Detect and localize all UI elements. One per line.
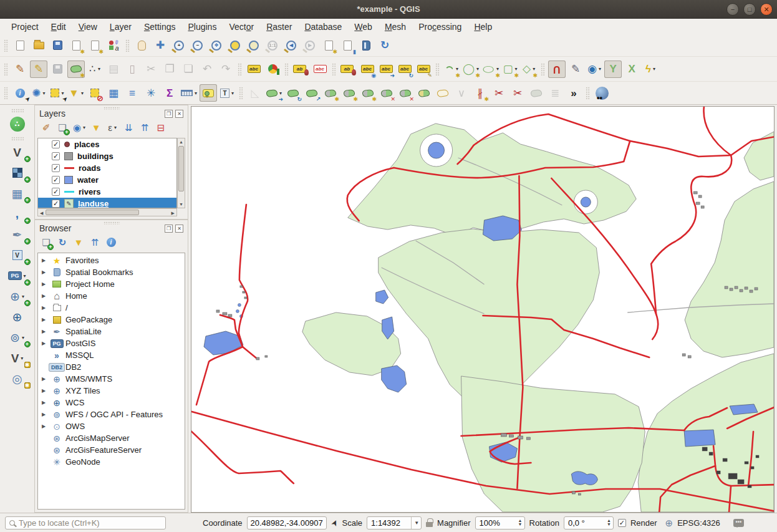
expand-arrow-icon[interactable]: ▶ xyxy=(42,305,51,311)
zoom-out-button[interactable]: − xyxy=(189,37,206,54)
browser-item-arcgisfeatureserver[interactable]: ⊛ArcGisFeatureServer xyxy=(38,444,185,456)
coordinate-input[interactable]: 20.48982,-34.00907 xyxy=(247,516,327,530)
expand-arrow-icon[interactable]: ▶ xyxy=(42,329,51,334)
menu-help[interactable]: Help xyxy=(468,20,498,34)
menu-mesh[interactable]: Mesh xyxy=(379,20,412,34)
layer-row-buildings[interactable]: ✓buildings xyxy=(38,150,176,162)
zoom-to-layer-button[interactable] xyxy=(245,37,263,54)
magnifier-spinbox[interactable]: 100% ▲▼ xyxy=(475,516,525,530)
expand-arrow-icon[interactable]: ▶ xyxy=(42,269,51,275)
browser-item-arcgismapserver[interactable]: ⊛ArcGisMapServer xyxy=(38,432,185,444)
pan-to-selection-button[interactable]: ✚ xyxy=(152,37,169,54)
enable-snapping-button[interactable]: U xyxy=(548,60,566,78)
browser-item-wms-wmts[interactable]: ▶⊕WMS/WMTS xyxy=(38,373,185,385)
expand-arrow-icon[interactable]: ▶ xyxy=(42,423,51,429)
browser-item-xyz-tiles[interactable]: ▶⊕XYZ Tiles xyxy=(38,385,185,397)
snapping-visibility-button[interactable]: ◉▾ xyxy=(586,60,603,78)
layer-name[interactable]: rivers xyxy=(79,187,100,196)
digitize-circle-button[interactable]: ◯✱▾ xyxy=(461,60,480,78)
browser-item-ows[interactable]: ▶⊙OWS xyxy=(38,420,185,432)
add-part-button[interactable]: ✱ xyxy=(340,84,358,102)
cad-tools-button[interactable]: ◺ xyxy=(246,84,264,102)
layer-name[interactable]: roads xyxy=(79,163,100,173)
menu-plugins[interactable]: Plugins xyxy=(181,20,223,34)
collapse-all-button[interactable]: ⇈ xyxy=(138,121,152,135)
browser-item-mssql[interactable]: »MSSQL xyxy=(38,349,185,361)
highlight-pinned-labels-button[interactable]: abc xyxy=(311,60,329,78)
select-features-button[interactable]: ➤▾ xyxy=(49,84,66,102)
expand-arrow-icon[interactable]: ▶ xyxy=(42,388,51,394)
browser-item-postgis[interactable]: ▶PGPostGIS xyxy=(38,337,185,349)
layer-row-rivers[interactable]: ✓rivers xyxy=(38,186,176,198)
measure-line-button[interactable]: ▾ xyxy=(180,84,198,102)
expand-arrow-icon[interactable]: ▶ xyxy=(42,281,51,287)
refresh-map-button[interactable]: ↻ xyxy=(376,37,393,54)
browser-properties-button[interactable]: i xyxy=(104,236,118,249)
float-panel-icon[interactable]: ❐ xyxy=(165,110,173,118)
panel-grip[interactable] xyxy=(104,221,120,225)
coordinate-extent-toggle-icon[interactable]: ➤ xyxy=(329,518,340,528)
maximize-button[interactable]: □ xyxy=(743,3,756,16)
zoom-native-button[interactable]: 1:1 xyxy=(264,37,281,54)
change-label-properties-button[interactable]: abc✎ xyxy=(415,60,432,78)
snapping-on-intersection-button[interactable]: X xyxy=(623,60,640,78)
delete-ring-button[interactable]: ✕ xyxy=(378,84,395,102)
chevron-down-icon[interactable]: ▼ xyxy=(411,517,419,529)
add-arcgis-layer-button[interactable]: ◎✱ xyxy=(5,369,30,388)
layers-vertical-scrollbar[interactable]: ▲ ▼ xyxy=(177,138,185,208)
new-map-view-button[interactable]: ✱ xyxy=(320,37,337,54)
remove-layer-group-button[interactable]: ⊟ xyxy=(154,121,168,135)
split-features-button[interactable]: ∨ xyxy=(453,84,470,102)
pin-unpin-labels-button[interactable]: ab xyxy=(292,60,310,78)
digitize-regular-polygon-button[interactable]: ◇✱▾ xyxy=(520,60,538,78)
new-print-layout-button[interactable]: ✱ xyxy=(67,37,85,54)
scroll-left-icon[interactable]: ◀ xyxy=(40,211,43,216)
rotation-spinbox[interactable]: 0,0 ° ▲▼ xyxy=(564,516,614,530)
new-project-button[interactable] xyxy=(11,37,29,54)
menu-web[interactable]: Web xyxy=(348,20,379,34)
map-svg[interactable] xyxy=(191,107,774,512)
copy-move-feature-button[interactable]: ↗ xyxy=(303,84,321,102)
show-hide-labels-button[interactable]: abc◉ xyxy=(359,60,376,78)
filter-legend-button[interactable]: ▼ xyxy=(89,121,103,135)
delete-part-button[interactable]: ✕ xyxy=(397,84,414,102)
reshape-features-button[interactable] xyxy=(415,84,433,102)
merge-selected-features-button[interactable]: ✂ xyxy=(490,84,508,102)
layer-checkbox[interactable]: ✓ xyxy=(52,188,60,196)
open-attribute-table-button[interactable]: ▦ xyxy=(105,84,122,102)
offset-curve-button[interactable] xyxy=(434,84,451,102)
manage-map-themes-button[interactable]: ◉▾ xyxy=(72,121,87,135)
topological-editing-button[interactable]: Y xyxy=(604,60,622,78)
toolbar-grip[interactable] xyxy=(4,87,8,99)
identify-features-button[interactable]: i➤ xyxy=(11,84,29,102)
browser-item-home[interactable]: ▶⌂Home xyxy=(38,290,185,302)
open-project-button[interactable] xyxy=(30,37,47,54)
toolbar-overflow-button[interactable]: » xyxy=(565,84,582,102)
spinner-arrows-icon[interactable]: ▲▼ xyxy=(518,519,523,526)
messages-icon[interactable]: ••• xyxy=(733,519,744,527)
move-label-diagram-button[interactable]: abc➜ xyxy=(377,60,395,78)
offset-point-symbols-button[interactable] xyxy=(528,84,545,102)
lock-scale-icon[interactable] xyxy=(426,522,433,527)
show-statistics-button[interactable]: Σ xyxy=(161,84,178,102)
browser-item-favorites[interactable]: ▶★Favorites xyxy=(38,254,185,266)
move-label-button[interactable]: ab xyxy=(339,60,357,78)
digitize-ellipse-button[interactable]: ◯✱▾ xyxy=(481,60,500,78)
trim-extend-feature-button[interactable]: ≣ xyxy=(546,84,564,102)
menu-processing[interactable]: Processing xyxy=(412,20,468,34)
metasearch-button[interactable] xyxy=(593,84,610,102)
menu-settings[interactable]: Settings xyxy=(138,20,182,34)
toggle-editing-button[interactable]: ✎ xyxy=(30,60,47,78)
add-group-button[interactable]: ❏+ xyxy=(56,121,69,135)
show-spatial-bookmarks-button[interactable] xyxy=(357,37,375,54)
select-by-expression-button[interactable]: ▼▾ xyxy=(67,84,85,102)
layer-checkbox[interactable]: ✓ xyxy=(52,140,60,148)
add-wfs-layer-button[interactable]: ⊚+▾ xyxy=(5,328,30,347)
rotate-feature-button[interactable]: ↻ xyxy=(284,84,302,102)
layer-checkbox[interactable]: ✓ xyxy=(52,176,60,184)
layer-row-landuse[interactable]: ✓✎landuse xyxy=(38,198,176,208)
save-project-button[interactable] xyxy=(49,37,66,54)
layer-row-places[interactable]: ✓places xyxy=(38,138,176,150)
expand-arrow-icon[interactable]: ▶ xyxy=(42,293,51,299)
minimize-button[interactable]: − xyxy=(726,3,739,16)
